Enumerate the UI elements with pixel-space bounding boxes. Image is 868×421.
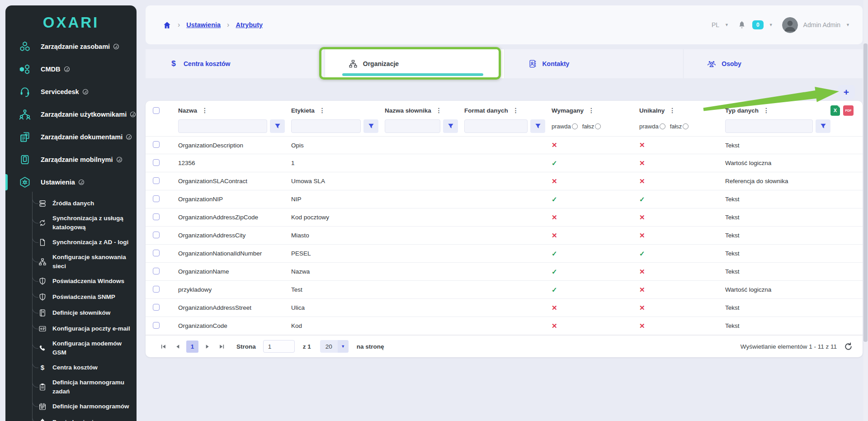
sidebar-item[interactable]: Zarządzanie dokumentami: [5, 126, 137, 148]
filter-funnel-icon[interactable]: [443, 119, 458, 133]
filter-input-format-danych[interactable]: [464, 119, 528, 133]
cell-nazwa: OrganizationAddressZipCode: [178, 214, 291, 221]
summary-text: Wyświetlanie elementów 1 - 11 z 11: [741, 343, 837, 350]
row-checkbox[interactable]: [153, 141, 160, 148]
table-row[interactable]: OrganizationAddressCity Miasto ✕ ✕ Tekst: [146, 227, 863, 245]
radio-prawda[interactable]: [660, 123, 665, 129]
sidebar-item[interactable]: Zarządzanie zasobami: [5, 35, 137, 58]
filter-funnel-icon[interactable]: [816, 119, 830, 133]
column-menu-icon[interactable]: ⋮: [513, 107, 519, 114]
table-row[interactable]: 12356 1 ✓ ✕ Wartość logiczna: [146, 154, 863, 172]
page-size-select[interactable]: 20 ▼: [320, 340, 349, 353]
table-row[interactable]: OrganizationName Nazwa ✓ ✕ Tekst: [146, 263, 863, 281]
sidebar-item[interactable]: Zarządzanie mobilnymi: [5, 148, 137, 171]
sidebar-subitem[interactable]: Synchronizacja z AD - logi: [5, 234, 137, 250]
row-checkbox[interactable]: [153, 195, 160, 202]
home-icon[interactable]: [163, 21, 171, 29]
scrollbar-thumb[interactable]: [863, 43, 868, 342]
row-checkbox[interactable]: [153, 286, 160, 293]
refresh-icon[interactable]: [844, 342, 853, 351]
sidebar-subitem[interactable]: Poświadczenia Windows: [5, 273, 137, 289]
column-menu-icon[interactable]: ⋮: [319, 107, 326, 114]
filter-funnel-icon[interactable]: [363, 119, 378, 133]
sidebar-item[interactable]: Servicedesk: [5, 80, 137, 103]
last-page-icon[interactable]: [216, 341, 227, 352]
bell-icon[interactable]: [738, 20, 746, 29]
radio-prawda[interactable]: [572, 123, 578, 129]
filter-input-etykieta[interactable]: [291, 119, 361, 133]
first-page-icon[interactable]: [157, 341, 169, 352]
row-checkbox[interactable]: [153, 232, 160, 238]
sidebar-subitem[interactable]: Źródła danych: [5, 195, 137, 211]
row-checkbox[interactable]: [153, 213, 160, 220]
sidebar-subitem[interactable]: Konfiguracje skanowania sieci: [5, 250, 137, 273]
breadcrumb-link-ustawienia[interactable]: Ustawienia: [186, 21, 221, 28]
sidebar-subitem[interactable]: Poświadczenia SNMP: [5, 289, 137, 305]
chevron-down-icon[interactable]: ▼: [769, 23, 773, 27]
required-mark: ✕: [552, 141, 557, 149]
breadcrumb-link-atrybuty[interactable]: Atrybuty: [236, 21, 263, 28]
sidebar-subitem[interactable]: Powiadomienia: [5, 415, 137, 421]
table-row[interactable]: OrganizationNIP NIP ✓ ✓ Tekst: [146, 190, 863, 208]
sidebar-item[interactable]: Ustawienia: [5, 171, 137, 194]
tab[interactable]: Osoby: [684, 49, 863, 78]
filter-input-nazwa-slownika[interactable]: [385, 119, 440, 133]
export-pdf-icon[interactable]: PDF: [843, 105, 854, 116]
sidebar-subitem[interactable]: Definicje słowników: [5, 305, 137, 321]
select-all-checkbox[interactable]: [153, 107, 160, 114]
chevron-down-icon[interactable]: ▼: [725, 23, 729, 27]
sidebar-subitem[interactable]: Definicja harmonogramu zadań: [5, 375, 137, 398]
prev-page-icon[interactable]: [172, 341, 184, 352]
row-checkbox[interactable]: [153, 322, 160, 329]
row-checkbox[interactable]: [153, 177, 160, 184]
language-selector[interactable]: PL: [712, 21, 719, 28]
row-checkbox[interactable]: [153, 304, 160, 311]
row-checkbox[interactable]: [153, 268, 160, 274]
column-menu-icon[interactable]: ⋮: [588, 107, 594, 114]
filter-input-typ-danych[interactable]: [725, 119, 813, 133]
table-row[interactable]: OrganizationAddressStreet Ulica ✕ ✕ Teks…: [146, 299, 863, 317]
filter-funnel-icon[interactable]: [270, 119, 285, 133]
export-excel-icon[interactable]: X: [830, 105, 840, 116]
filter-funnel-icon[interactable]: [530, 119, 545, 133]
sidebar-subitem[interactable]: Definicje harmonogramów: [5, 399, 137, 415]
table-row[interactable]: OrganizationDescription Opis ✕ ✕ Tekst: [146, 136, 863, 154]
sidebar-item-label: Servicedesk: [41, 88, 79, 95]
avatar[interactable]: [782, 17, 798, 33]
sidebar-item[interactable]: Zarządzanie użytkownikami: [5, 103, 137, 126]
sidebar-subitem[interactable]: $ Centra kosztów: [5, 360, 137, 375]
radio-falsz[interactable]: [595, 123, 601, 129]
page-number-input[interactable]: [263, 340, 295, 353]
column-menu-icon[interactable]: ⋮: [669, 107, 675, 114]
sidebar-subitem-label: Konfiguracja poczty e-mail: [52, 324, 130, 333]
filter-input-nazwa[interactable]: [178, 119, 267, 133]
column-menu-icon[interactable]: ⋮: [202, 107, 208, 114]
items-summary: Wyświetlanie elementów 1 - 11 z 11: [741, 342, 853, 351]
table-row[interactable]: przykladowy Test ✓ ✕ Wartość logiczna: [146, 281, 863, 299]
tab[interactable]: Organizacje: [325, 49, 505, 78]
table-row[interactable]: OrganizationAddressZipCode Kod pocztowy …: [146, 208, 863, 227]
cell-nazwa: OrganizationName: [178, 268, 291, 275]
radio-falsz[interactable]: [683, 123, 689, 129]
sidebar-subitem-label: Synchronizacja z AD - logi: [52, 238, 128, 247]
column-menu-icon[interactable]: ⋮: [436, 107, 442, 114]
sidebar-subitem[interactable]: Synchronizacja z usługą katalogową: [5, 211, 137, 234]
table-row[interactable]: OrganizationCode Kod ✕ ✕ Tekst: [146, 317, 863, 335]
row-checkbox[interactable]: [153, 250, 160, 256]
chevron-down-icon[interactable]: ▼: [846, 23, 850, 27]
tab[interactable]: Kontakty: [505, 49, 684, 78]
sidebar-subitem[interactable]: Konfiguracja modemów GSM: [5, 336, 137, 360]
row-checkbox[interactable]: [153, 159, 160, 166]
unique-mark: ✕: [639, 159, 645, 167]
sidebar-item[interactable]: CMDB: [5, 58, 137, 80]
tab[interactable]: $ Centra kosztów: [146, 49, 325, 78]
sidebar-subitem-label: Centra kosztów: [52, 363, 98, 372]
table-row[interactable]: OrganizationNationalIdNumber PESEL ✓ ✓ T…: [146, 245, 863, 263]
user-name[interactable]: Admin Admin: [803, 21, 840, 28]
column-menu-icon[interactable]: ⋮: [763, 107, 769, 114]
next-page-icon[interactable]: [201, 341, 213, 352]
current-page-button[interactable]: 1: [186, 341, 198, 353]
add-attribute-button[interactable]: +: [838, 85, 855, 99]
table-row[interactable]: OrganizationSLAContract Umowa SLA ✕ ✕ Re…: [146, 172, 863, 190]
sidebar-subitem[interactable]: Konfiguracja poczty e-mail: [5, 321, 137, 336]
